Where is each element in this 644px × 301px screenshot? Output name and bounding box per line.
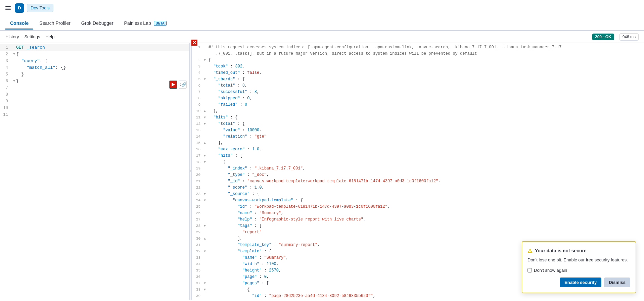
output-line: 12 ▼ "total" : { — [192, 121, 644, 127]
output-line: 23 ▼ "_source" : { — [192, 191, 644, 197]
editor-line: 10 — [0, 105, 189, 111]
toolbar-help[interactable]: Help — [45, 34, 54, 39]
output-line: 19 "_index" : ".kibana_7.17.7_001", — [192, 165, 644, 172]
editor-line: 3 "query": { — [0, 58, 189, 64]
toolbar-settings[interactable]: Settings — [24, 34, 40, 39]
app-name-button[interactable]: Dev Tools — [27, 4, 53, 12]
output-line: 4 "timed_out" : false, — [192, 70, 644, 76]
editor-actions: 🔗 — [169, 81, 187, 89]
output-line: 5 ▼ "_shards" : { — [192, 76, 644, 83]
output-line: 3 "took" : 392, — [192, 63, 644, 70]
output-line: 26 "name" : "Summary", — [192, 210, 644, 216]
status-badge: 200 - OK — [592, 34, 614, 40]
output-line: 9 "failed" : 0 — [192, 102, 644, 108]
output-line: 39 "id" : "page-28d2523e-aa4d-4134-8092-… — [192, 293, 644, 299]
output-line: 8 "skipped" : 0, — [192, 95, 644, 102]
tab-grok-debugger[interactable]: Grok Debugger — [77, 18, 118, 30]
output-line: 7 "successful" : 8, — [192, 89, 644, 95]
editor-line: 8 — [0, 91, 189, 98]
output-line: 16 "max_score" : 1.0, — [192, 146, 644, 153]
beta-badge: BETA — [154, 21, 167, 26]
toast-actions: Enable security Dismiss — [527, 278, 630, 287]
output-line: 15 ▲ }, — [192, 140, 644, 146]
output-line: 21 "_id" : "canvas-workpad-template:work… — [192, 178, 644, 185]
output-line: 28 ▼ "tags" : [ — [192, 223, 644, 229]
editor-line: 7 — [0, 85, 189, 91]
security-toast: ⚠ Your data is not secure Don't lose one… — [522, 241, 636, 293]
enable-security-button[interactable]: Enable security — [560, 278, 601, 287]
warning-icon: ⚠ — [527, 248, 532, 254]
output-line: 6 "total" : 8, — [192, 83, 644, 89]
output-close-button[interactable] — [191, 43, 197, 46]
toast-checkbox-row: Don't show again — [527, 268, 630, 273]
editor-area[interactable]: 1 GET _search 2 ▼ { 3 "query": { 4 "matc… — [0, 43, 189, 300]
editor-panel: 1 GET _search 2 ▼ { 3 "query": { 4 "matc… — [0, 43, 190, 300]
dont-show-again-label[interactable]: Don't show again — [534, 268, 567, 273]
output-line: 40 ▼ "style" : { — [192, 299, 644, 300]
output-line: 17 ▼ "hits" : [ — [192, 153, 644, 159]
tab-console[interactable]: Console — [5, 18, 33, 30]
toolbar-history[interactable]: History — [5, 34, 19, 39]
toast-body: Don't lose one bit. Enable our free secu… — [527, 257, 630, 263]
output-line: 14 "relation" : "gte" — [192, 134, 644, 140]
editor-line: 9 — [0, 98, 189, 105]
output-line: 25 "id" : "workpad-template-6181471b-147… — [192, 204, 644, 210]
editor-line: 1 GET _search — [0, 44, 189, 51]
top-bar: D Dev Tools — [0, 0, 644, 16]
output-line: 13 "value" : 10000, — [192, 127, 644, 134]
output-line: 11 ▼ "hits" : { — [192, 114, 644, 121]
time-badge: 946 ms — [619, 33, 639, 41]
run-button[interactable] — [169, 81, 177, 89]
svg-marker-0 — [172, 83, 175, 87]
dismiss-button[interactable]: Dismiss — [604, 278, 630, 287]
link-button[interactable]: 🔗 — [179, 81, 187, 89]
tab-painless-lab[interactable]: Painless Lab BETA — [120, 18, 172, 30]
nav-tabs: Console Search Profiler Grok Debugger Pa… — [0, 16, 644, 31]
editor-line: 2 ▼ { — [0, 51, 189, 58]
tab-search-profiler[interactable]: Search Profiler — [35, 18, 75, 30]
output-line: 22 "_score" : 1.0, — [192, 185, 644, 191]
hamburger-menu[interactable] — [4, 5, 12, 11]
dont-show-again-checkbox[interactable] — [527, 268, 532, 272]
app-icon: D — [15, 3, 24, 13]
output-line: 20 "_type" : "_doc", — [192, 172, 644, 178]
warning-line: 1 #! this request accesses system indice… — [192, 44, 644, 51]
output-line: 2 ▼ { — [192, 57, 644, 63]
output-line: 10 ▲ }, — [192, 108, 644, 114]
output-line: 18 ▼ { — [192, 159, 644, 165]
output-line: 24 ▼ "canvas-workpad-template" : { — [192, 197, 644, 204]
editor-line: 11 — [0, 111, 189, 118]
toolbar: History Settings Help 200 - OK 946 ms — [0, 31, 644, 43]
editor-line: 4 "match_all": {} — [0, 64, 189, 71]
warning-continuation: .7_001, .tasks], but in a future major v… — [192, 51, 644, 57]
editor-line: 6 ▼ } — [0, 78, 189, 85]
output-line: 29 "report" — [192, 229, 644, 236]
editor-line: 5 } — [0, 71, 189, 78]
output-line: 27 "help" : "Infographic-style report wi… — [192, 216, 644, 223]
toast-title: ⚠ Your data is not secure — [527, 248, 630, 254]
